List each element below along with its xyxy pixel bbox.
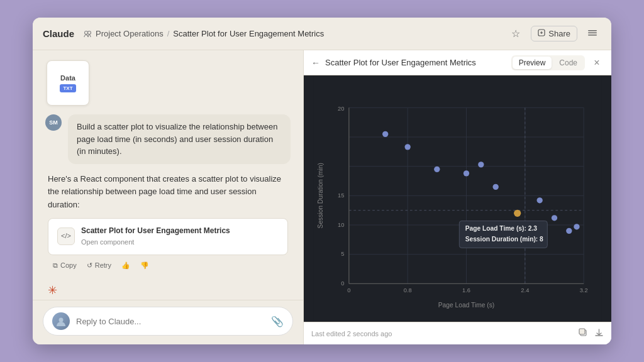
file-name: Data [60, 74, 75, 82]
preview-footer: Last edited 2 seconds ago [304, 322, 611, 344]
svg-point-36 [405, 144, 411, 150]
user-avatar-input [52, 312, 70, 330]
copy-button[interactable]: ⧉ Copy [50, 260, 79, 271]
component-subtitle[interactable]: Open component [81, 237, 279, 248]
claude-indicator-row: ✳ [45, 280, 291, 297]
retry-button[interactable]: ↺ Retry [84, 260, 114, 271]
svg-point-38 [464, 170, 469, 176]
file-badge: TXT [60, 84, 75, 92]
titlebar-actions: ☆ Share [507, 25, 601, 43]
svg-text:2.4: 2.4 [521, 287, 529, 293]
svg-text:Session Duration (min): 8: Session Duration (min): 8 [465, 236, 543, 243]
star-button[interactable]: ☆ [507, 25, 525, 43]
chat-input-area: 📎 [33, 300, 303, 344]
breadcrumb: Project Operations / Scatter Plot for Us… [83, 29, 324, 38]
share-icon [538, 29, 545, 38]
settings-button[interactable] [584, 25, 601, 43]
main-window: Claude Project Operations / Scatter Plot… [33, 18, 611, 344]
svg-text:20: 20 [338, 106, 344, 112]
preview-header: ← Scatter Plot for User Engagement Metri… [304, 50, 611, 75]
back-arrow-icon: ← [311, 58, 320, 68]
chat-messages: Data TXT SM Build a scatter plot to visu… [33, 50, 303, 300]
user-bubble: Build a scatter plot to visualize the re… [68, 114, 291, 164]
svg-rect-5 [588, 35, 597, 36]
app-logo: Claude [43, 28, 74, 39]
preview-tabs: Preview Code [511, 55, 585, 70]
svg-text:5: 5 [341, 251, 344, 257]
svg-point-6 [59, 318, 64, 322]
file-icon-box: Data TXT [47, 60, 89, 106]
breadcrumb-project[interactable]: Project Operations [96, 29, 164, 38]
card-actions: ⧉ Copy ↺ Retry 👍 👎 [48, 260, 288, 271]
svg-text:0.8: 0.8 [404, 287, 412, 293]
copy-label: Copy [60, 261, 77, 269]
svg-text:3.2: 3.2 [580, 287, 588, 293]
star-icon: ☆ [511, 28, 520, 40]
svg-point-39 [478, 162, 484, 167]
svg-point-45 [574, 224, 579, 229]
breadcrumb-separator: / [167, 29, 170, 38]
preview-panel: ← Scatter Plot for User Engagement Metri… [303, 50, 611, 344]
component-title: Scatter Plot for User Engagement Metrics [81, 225, 279, 237]
thumbs-down-icon: 👎 [140, 261, 149, 270]
svg-point-35 [382, 131, 388, 137]
preview-back-button[interactable]: ← [311, 58, 320, 68]
svg-text:0: 0 [341, 280, 344, 287]
thumbs-up-icon: 👍 [121, 261, 130, 270]
assistant-message: Here's a React component that creates a … [45, 173, 291, 271]
scatter-chart: Session Duration (min) Page Load Time (s… [304, 75, 611, 322]
svg-text:15: 15 [338, 192, 344, 199]
thumbs-up-button[interactable]: 👍 [119, 260, 133, 271]
svg-point-41 [514, 210, 521, 217]
settings-icon [587, 28, 597, 40]
breadcrumb-icon [83, 30, 92, 38]
svg-text:Page Load Time (s): 2.3: Page Load Time (s): 2.3 [465, 225, 538, 232]
svg-point-42 [537, 197, 543, 203]
share-label: Share [548, 29, 570, 38]
svg-rect-3 [588, 30, 597, 31]
chat-input[interactable] [76, 317, 265, 326]
preview-close-button[interactable]: × [590, 56, 604, 70]
titlebar: Claude Project Operations / Scatter Plot… [33, 18, 611, 50]
svg-point-44 [566, 228, 572, 234]
chat-input-row: 📎 [43, 307, 293, 336]
svg-rect-7 [314, 75, 601, 322]
svg-point-1 [87, 31, 91, 35]
component-card[interactable]: </> Scatter Plot for User Engagement Met… [48, 218, 288, 255]
svg-rect-50 [579, 329, 585, 334]
code-icon: </> [57, 228, 75, 245]
svg-text:Session Duration (min): Session Duration (min) [317, 163, 324, 228]
tab-preview[interactable]: Preview [513, 57, 552, 69]
content-area: Data TXT SM Build a scatter plot to visu… [33, 50, 611, 344]
component-info: Scatter Plot for User Engagement Metrics… [81, 225, 279, 248]
attach-icon[interactable]: 📎 [271, 315, 284, 327]
share-button[interactable]: Share [531, 26, 577, 41]
breadcrumb-current: Scatter Plot for User Engagement Metrics [173, 29, 324, 38]
retry-icon: ↺ [87, 261, 92, 270]
preview-title: Scatter Plot for User Engagement Metrics [325, 58, 506, 67]
chart-container: Session Duration (min) Page Load Time (s… [304, 75, 611, 322]
assistant-text: Here's a React component that creates a … [48, 173, 288, 212]
file-attachment[interactable]: Data TXT [45, 60, 91, 106]
copy-icon: ⧉ [53, 261, 58, 270]
svg-point-43 [552, 215, 557, 221]
tab-code[interactable]: Code [553, 57, 584, 69]
svg-rect-4 [588, 32, 597, 33]
download-button[interactable] [594, 328, 604, 339]
thumbs-down-button[interactable]: 👎 [138, 260, 152, 271]
chat-panel: Data TXT SM Build a scatter plot to visu… [33, 50, 303, 344]
svg-text:1.6: 1.6 [462, 287, 470, 293]
user-avatar: SM [45, 114, 62, 131]
copy-preview-button[interactable] [579, 328, 588, 339]
last-edited-text: Last edited 2 seconds ago [311, 330, 579, 337]
svg-point-37 [434, 167, 440, 172]
footer-icons [579, 328, 604, 339]
svg-point-0 [84, 31, 87, 35]
retry-label: Retry [95, 261, 111, 269]
svg-text:Page Load Time (s): Page Load Time (s) [438, 302, 494, 309]
svg-text:10: 10 [338, 222, 344, 228]
claude-icon: ✳ [48, 283, 57, 297]
svg-text:0: 0 [347, 287, 350, 293]
svg-point-40 [493, 184, 499, 190]
user-message: SM Build a scatter plot to visualize the… [45, 114, 291, 164]
